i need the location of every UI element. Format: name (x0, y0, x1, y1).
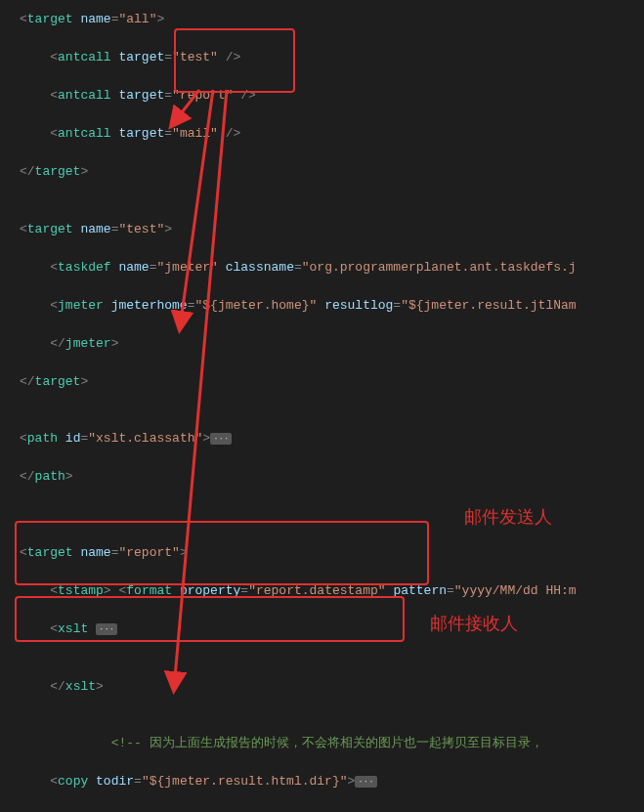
fold-icon[interactable]: ··· (210, 433, 232, 445)
fold-icon[interactable]: ··· (355, 776, 376, 788)
fold-icon[interactable]: ··· (96, 623, 117, 635)
code-block: <target name="all"> <antcall target="tes… (0, 0, 644, 812)
label-sender: 邮件发送人 (464, 504, 552, 531)
label-recipient: 邮件接收人 (430, 611, 518, 637)
